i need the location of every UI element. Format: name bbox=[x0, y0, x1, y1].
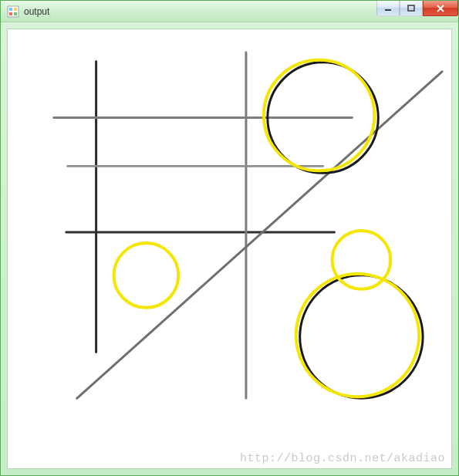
svg-rect-3 bbox=[9, 12, 12, 15]
svg-point-20 bbox=[296, 274, 419, 397]
app-icon bbox=[7, 5, 19, 18]
svg-point-17 bbox=[264, 60, 375, 170]
svg-rect-6 bbox=[408, 5, 414, 11]
client-area: http://blog.csdn.net/akadiao bbox=[7, 29, 452, 469]
titlebar[interactable]: output bbox=[1, 1, 458, 22]
app-window: output http://blog.csdn.net/akadiao bbox=[0, 0, 459, 476]
window-title: output bbox=[24, 6, 49, 17]
svg-rect-2 bbox=[14, 8, 17, 11]
svg-rect-5 bbox=[385, 9, 391, 11]
svg-rect-4 bbox=[14, 12, 17, 15]
svg-rect-1 bbox=[9, 8, 12, 11]
svg-line-14 bbox=[77, 72, 442, 399]
output-canvas bbox=[8, 29, 451, 468]
svg-point-18 bbox=[114, 243, 179, 308]
close-button[interactable] bbox=[423, 1, 458, 16]
window-controls bbox=[376, 1, 458, 16]
maximize-button[interactable] bbox=[400, 1, 423, 16]
minimize-button[interactable] bbox=[376, 1, 400, 16]
